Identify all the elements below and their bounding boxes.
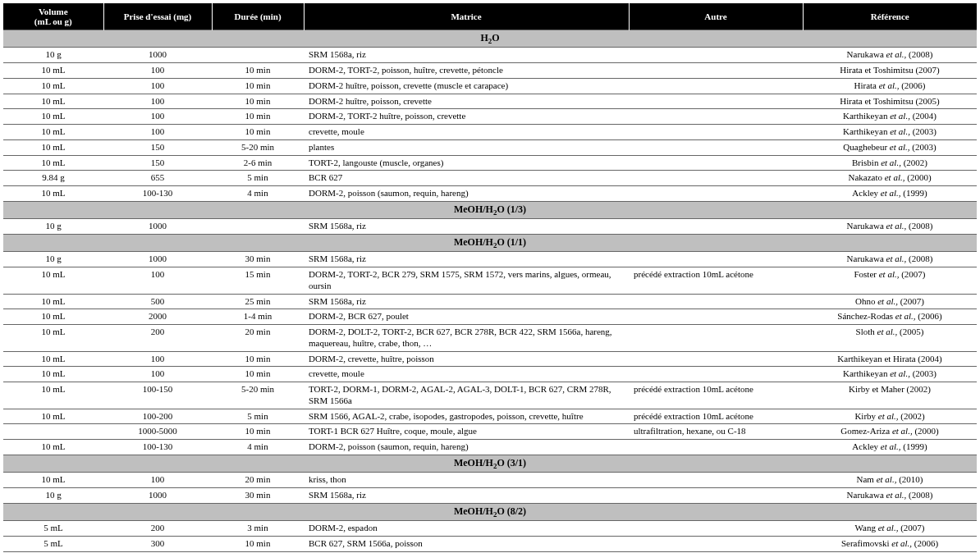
cell-reference: Karthikeyan et al., (2003) bbox=[803, 125, 977, 140]
cell-matrice: SRM 1568a, riz bbox=[304, 488, 629, 504]
cell-autre bbox=[629, 155, 803, 171]
cell-autre bbox=[629, 139, 803, 155]
cell-duree: 20 min bbox=[212, 325, 304, 352]
cell-reference: Narukawa et al., (2008) bbox=[803, 219, 977, 235]
cell-duree bbox=[212, 219, 304, 235]
cell-duree bbox=[212, 48, 304, 63]
cell-reference: Hirata et Toshimitsu (2005) bbox=[803, 94, 977, 109]
table-row: 5 mL2003 minDORM-2, espadonWang et al., … bbox=[3, 521, 977, 537]
cell-autre bbox=[629, 78, 803, 94]
cell-reference: Gomez-Ariza et al., (2000) bbox=[803, 424, 977, 440]
cell-autre bbox=[629, 186, 803, 202]
cell-autre bbox=[629, 219, 803, 235]
cell-reference: Foster et al., (2007) bbox=[803, 267, 977, 295]
cell-matrice: SRM 1568a, riz bbox=[304, 252, 629, 267]
table-header: Volume(mL ou g) Prise d'essai (mg) Durée… bbox=[3, 3, 977, 30]
cell-reference: Ackley et al., (1999) bbox=[803, 186, 977, 202]
cell-volume: 10 mL bbox=[3, 125, 103, 140]
cell-duree: 10 min bbox=[212, 424, 304, 440]
table-row: 10 mL1505-20 minplantesQuaghebeur et al.… bbox=[3, 139, 977, 155]
cell-duree: 30 min bbox=[212, 252, 304, 267]
header-matrice: Matrice bbox=[304, 3, 629, 30]
cell-reference: Narukawa et al., (2008) bbox=[803, 252, 977, 267]
cell-duree: 4 min bbox=[212, 186, 304, 202]
cell-matrice: DORM-2, DOLT-2, TORT-2, BCR 627, BCR 278… bbox=[304, 325, 629, 352]
cell-autre bbox=[629, 125, 803, 140]
cell-volume: 10 mL bbox=[3, 382, 103, 409]
cell-matrice: DORM-2, poisson (saumon, requin, hareng) bbox=[304, 440, 629, 455]
cell-autre bbox=[629, 488, 803, 504]
cell-volume: 9.84 g bbox=[3, 171, 103, 186]
cell-prise: 150 bbox=[103, 139, 212, 155]
cell-matrice: crevette, moule bbox=[304, 367, 629, 382]
cell-duree: 5-20 min bbox=[212, 382, 304, 409]
cell-prise: 1000-5000 bbox=[103, 424, 212, 440]
cell-prise: 100 bbox=[103, 109, 212, 125]
cell-reference: Ackley et al., (1999) bbox=[803, 440, 977, 455]
table-row: 1000-500010 minTORT-1 BCR 627 Huître, co… bbox=[3, 424, 977, 440]
cell-duree: 20 min bbox=[212, 473, 304, 488]
cell-matrice: TORT-1 BCR 627 Huître, coque, moule, alg… bbox=[304, 424, 629, 440]
table-row: 10 g100030 minSRM 1568a, rizNarukawa et … bbox=[3, 252, 977, 267]
cell-autre bbox=[629, 536, 803, 551]
data-table: Volume(mL ou g) Prise d'essai (mg) Durée… bbox=[3, 3, 977, 553]
cell-reference: Sánchez-Rodas et al., (2006) bbox=[803, 309, 977, 325]
cell-autre bbox=[629, 440, 803, 455]
cell-volume: 10 mL bbox=[3, 94, 103, 109]
table-row: 10 mL50025 minSRM 1568a, rizOhno et al.,… bbox=[3, 294, 977, 309]
cell-reference: Ohno et al., (2007) bbox=[803, 294, 977, 309]
cell-reference: Hirata et al., (2006) bbox=[803, 78, 977, 94]
cell-volume: 10 g bbox=[3, 48, 103, 63]
table-row: 5 mL30010 minBCR 627, SRM 1566a, poisson… bbox=[3, 536, 977, 551]
cell-reference: Sloth et al., (2005) bbox=[803, 325, 977, 352]
cell-reference: Wang et al., (2007) bbox=[803, 521, 977, 537]
section-title: MeOH/H2O (3/1) bbox=[3, 455, 977, 472]
cell-volume bbox=[3, 424, 103, 440]
cell-autre bbox=[629, 521, 803, 537]
cell-matrice: TORT-2, langouste (muscle, organes) bbox=[304, 155, 629, 171]
cell-duree: 10 min bbox=[212, 367, 304, 382]
section-title: H2O bbox=[3, 30, 977, 48]
cell-volume: 10 mL bbox=[3, 409, 103, 424]
cell-prise: 200 bbox=[103, 325, 212, 352]
cell-prise: 100-130 bbox=[103, 440, 212, 455]
cell-duree: 10 min bbox=[212, 78, 304, 94]
cell-volume: 10 g bbox=[3, 219, 103, 235]
section-header: MeOH/H2O (1/1) bbox=[3, 235, 977, 252]
cell-volume: 5 mL bbox=[3, 521, 103, 537]
cell-prise: 1000 bbox=[103, 252, 212, 267]
cell-duree: 25 min bbox=[212, 294, 304, 309]
table-row: 10 mL100-2005 minSRM 1566, AGAL-2, crabe… bbox=[3, 409, 977, 424]
cell-matrice: SRM 1568a, riz bbox=[304, 294, 629, 309]
cell-volume: 10 mL bbox=[3, 109, 103, 125]
table-row: 9.84 g6555 minBCR 627Nakazato et al., (2… bbox=[3, 171, 977, 186]
cell-reference: Karthikeyan et al., (2004) bbox=[803, 109, 977, 125]
cell-duree: 4 min bbox=[212, 440, 304, 455]
cell-matrice: DORM-2, espadon bbox=[304, 521, 629, 537]
cell-autre bbox=[629, 171, 803, 186]
cell-autre bbox=[629, 351, 803, 367]
cell-matrice: DORM-2 huître, poisson, crevette (muscle… bbox=[304, 78, 629, 94]
header-prise: Prise d'essai (mg) bbox=[103, 3, 212, 30]
header-volume: Volume(mL ou g) bbox=[3, 3, 103, 30]
cell-matrice: SRM 1566, AGAL-2, crabe, isopodes, gastr… bbox=[304, 409, 629, 424]
cell-reference: Kirby et al., (2002) bbox=[803, 409, 977, 424]
cell-prise: 300 bbox=[103, 536, 212, 551]
table-row: 10 g100030 minSRM 1568a, rizNarukawa et … bbox=[3, 488, 977, 504]
cell-matrice: DORM-2, TORT-2, BCR 279, SRM 1575, SRM 1… bbox=[304, 267, 629, 295]
cell-volume: 10 mL bbox=[3, 473, 103, 488]
cell-duree: 30 min bbox=[212, 488, 304, 504]
header-reference: Référence bbox=[803, 3, 977, 30]
cell-matrice: TORT-2, DORM-1, DORM-2, AGAL-2, AGAL-3, … bbox=[304, 382, 629, 409]
cell-duree: 3 min bbox=[212, 521, 304, 537]
cell-prise: 100 bbox=[103, 473, 212, 488]
cell-prise: 100 bbox=[103, 351, 212, 367]
cell-prise: 1000 bbox=[103, 48, 212, 63]
cell-prise: 100 bbox=[103, 78, 212, 94]
table-row: 10 mL10010 mincrevette, mouleKarthikeyan… bbox=[3, 125, 977, 140]
cell-volume: 10 mL bbox=[3, 63, 103, 79]
cell-reference: Kirby et Maher (2002) bbox=[803, 382, 977, 409]
cell-prise: 100 bbox=[103, 63, 212, 79]
cell-reference: Hirata et Toshimitsu (2007) bbox=[803, 63, 977, 79]
cell-duree: 1-4 min bbox=[212, 309, 304, 325]
